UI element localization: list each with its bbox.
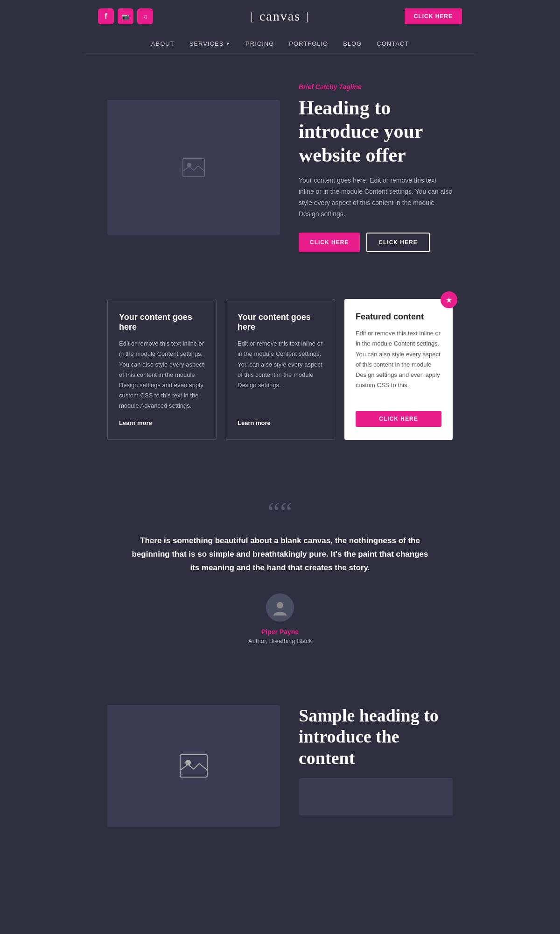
- hero-content: Brief Catchy Tagline Heading to introduc…: [299, 83, 453, 252]
- quote-author-name: Piper Payne: [131, 628, 429, 636]
- quote-section: ““ There is something beautiful about a …: [84, 468, 476, 677]
- card-featured-title: Featured content: [356, 312, 441, 322]
- nav-blog[interactable]: BLOG: [343, 40, 362, 47]
- card-1-text: Edit or remove this text inline or in th…: [119, 339, 205, 411]
- bottom-gray-box: [299, 778, 453, 815]
- logo-bracket-left: [: [250, 9, 259, 23]
- card-1-link[interactable]: Learn more: [119, 419, 205, 426]
- hero-secondary-button[interactable]: CLICK HERE: [366, 233, 429, 252]
- featured-badge: ★: [441, 291, 457, 308]
- header-cta-button[interactable]: CLICK HERE: [405, 8, 462, 24]
- nav-pricing[interactable]: PRICING: [245, 40, 274, 47]
- quote-avatar: [266, 594, 294, 622]
- quote-text: There is something beautiful about a bla…: [131, 534, 429, 575]
- card-2-text: Edit or remove this text inline or in th…: [238, 339, 323, 411]
- hero-buttons: CLICK HERE CLICK HERE: [299, 233, 453, 252]
- hero-image: [107, 100, 280, 235]
- nav-portfolio[interactable]: PORTFOLIO: [289, 40, 328, 47]
- bottom-placeholder-image-icon: [180, 754, 208, 778]
- card-featured: ★ Featured content Edit or remove this t…: [344, 299, 453, 440]
- hero-section: Brief Catchy Tagline Heading to introduc…: [84, 55, 476, 280]
- card-featured-button[interactable]: CLICK HERE: [356, 411, 441, 427]
- logo-text: canvas: [259, 9, 301, 23]
- site-header: f 📷 ♫ [ canvas ] CLICK HERE: [84, 0, 476, 33]
- person-icon: [272, 600, 288, 616]
- cards-section: Your content goes here Edit or remove th…: [84, 280, 476, 468]
- bottom-section: Sample heading to introduce the content: [84, 677, 476, 836]
- card-1: Your content goes here Edit or remove th…: [107, 299, 217, 440]
- quote-author-role: Author, Breathing Black: [131, 637, 429, 644]
- main-nav: ABOUT SERVICES ▼ PRICING PORTFOLIO BLOG …: [84, 33, 476, 55]
- bottom-image: [107, 705, 280, 827]
- nav-services[interactable]: SERVICES ▼: [189, 40, 231, 47]
- hero-primary-button[interactable]: CLICK HERE: [299, 233, 360, 252]
- bottom-heading: Sample heading to introduce the content: [299, 705, 453, 769]
- card-2-link[interactable]: Learn more: [238, 419, 323, 426]
- svg-rect-3: [180, 755, 207, 777]
- instagram-icon[interactable]: 📷: [118, 8, 133, 24]
- social-icons-group: f 📷 ♫: [98, 8, 153, 24]
- card-2-title: Your content goes here: [238, 312, 323, 332]
- svg-rect-0: [183, 159, 204, 177]
- logo-bracket-right: ]: [301, 9, 310, 23]
- site-logo[interactable]: [ canvas ]: [250, 9, 310, 24]
- facebook-icon[interactable]: f: [98, 8, 114, 24]
- nav-contact[interactable]: CONTACT: [377, 40, 409, 47]
- hero-heading: Heading to introduce your website offer: [299, 96, 453, 167]
- tiktok-icon[interactable]: ♫: [137, 8, 153, 24]
- svg-point-2: [277, 602, 283, 609]
- bottom-content: Sample heading to introduce the content: [299, 705, 453, 816]
- nav-about[interactable]: ABOUT: [151, 40, 175, 47]
- quote-mark-icon: ““: [131, 501, 429, 523]
- card-featured-text: Edit or remove this text inline or in th…: [356, 328, 441, 401]
- hero-tagline: Brief Catchy Tagline: [299, 83, 453, 91]
- placeholder-image-icon: [182, 158, 205, 177]
- hero-text: Your content goes here. Edit or remove t…: [299, 175, 453, 219]
- card-2: Your content goes here Edit or remove th…: [226, 299, 335, 440]
- card-1-title: Your content goes here: [119, 312, 205, 332]
- services-dropdown-arrow: ▼: [225, 41, 231, 46]
